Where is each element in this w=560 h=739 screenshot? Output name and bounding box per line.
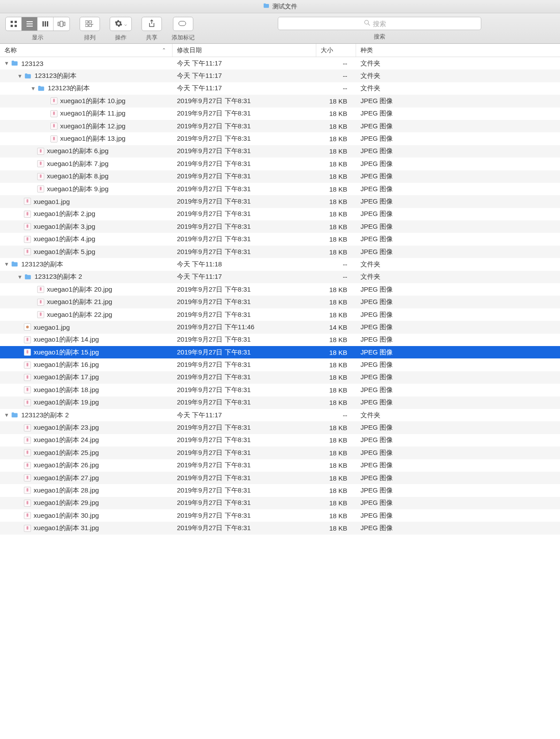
file-row[interactable]: xuegao1的副本 17.jpg2019年9月27日 下午8:3118 KBJ… [0, 371, 560, 384]
svg-rect-17 [179, 21, 186, 26]
file-size: -- [316, 261, 356, 268]
tag-button[interactable] [173, 17, 193, 31]
file-row[interactable]: xuegao1的副本 12.jpg2019年9月27日 下午8:3118 KBJ… [0, 120, 560, 132]
file-row[interactable]: xuegao1的副本 16.jpg2019年9月27日 下午8:3118 KBJ… [0, 358, 560, 371]
file-name: xuegao1的副本 14.jpg [34, 335, 99, 344]
column-view-button[interactable] [38, 17, 54, 31]
image-file-icon [24, 198, 31, 205]
svg-rect-10 [58, 22, 59, 26]
file-row[interactable]: xuegao1的副本 14.jpg2019年9月27日 下午8:3118 KBJ… [0, 334, 560, 346]
file-row[interactable]: xuegao1的副本 3.jpg2019年9月27日 下午8:3118 KBJP… [0, 220, 560, 233]
file-size: -- [316, 412, 356, 419]
disclosure-triangle-icon[interactable]: ▼ [30, 85, 36, 92]
file-size: 18 KB [316, 499, 356, 507]
file-size: 18 KB [316, 97, 356, 105]
file-kind: JPEG 图像 [356, 109, 560, 118]
arrange-button[interactable] [80, 17, 100, 31]
column-name-label: 名称 [4, 46, 17, 54]
file-row[interactable]: xuegao1的副本 19.jpg2019年9月27日 下午8:3118 KBJ… [0, 396, 560, 409]
svg-rect-1 [15, 21, 17, 23]
file-row[interactable]: xuegao1的副本 24.jpg2019年9月27日 下午8:3118 KBJ… [0, 434, 560, 446]
file-row[interactable]: xuegao1的副本 4.jpg2019年9月27日 下午8:3118 KBJP… [0, 233, 560, 245]
file-kind: JPEG 图像 [356, 499, 560, 507]
file-row[interactable]: xuegao1的副本 20.jpg2019年9月27日 下午8:3118 KBJ… [0, 283, 560, 296]
gallery-view-button[interactable] [54, 17, 69, 31]
file-row[interactable]: xuegao1的副本 28.jpg2019年9月27日 下午8:3118 KBJ… [0, 484, 560, 497]
action-button[interactable]: ⌵ [110, 17, 132, 31]
file-date: 今天 下午11:17 [173, 411, 316, 420]
search-input[interactable] [278, 17, 481, 30]
file-row[interactable]: xuegao1的副本 7.jpg2019年9月27日 下午8:3118 KBJP… [0, 158, 560, 170]
file-row[interactable]: ▼123123的副本今天 下午11:18--文件夹 [0, 258, 560, 270]
file-row[interactable]: xuegao1的副本 25.jpg2019年9月27日 下午8:3118 KBJ… [0, 446, 560, 459]
file-size: 18 KB [316, 110, 356, 117]
file-date: 2019年9月27日 下午8:31 [173, 210, 316, 218]
column-header: 名称 ⌃ 修改日期 大小 种类 [0, 44, 560, 57]
file-row[interactable]: xuegao1的副本 8.jpg2019年9月27日 下午8:3118 KBJP… [0, 170, 560, 183]
file-date: 2019年9月27日 下午8:31 [173, 436, 316, 444]
file-kind: JPEG 图像 [356, 223, 560, 231]
toolbar: 显示 排列 ⌵ 操作 共享 添加标记 搜索 [0, 13, 560, 44]
file-row[interactable]: ▼123123的副本今天 下午11:17--文件夹 [0, 69, 560, 82]
share-button[interactable] [142, 17, 162, 31]
file-date: 2019年9月27日 下午8:31 [173, 423, 316, 432]
file-row[interactable]: xuegao1的副本 26.jpg2019年9月27日 下午8:3118 KBJ… [0, 459, 560, 472]
file-kind: JPEG 图像 [356, 361, 560, 369]
file-row[interactable]: xuegao1的副本 5.jpg2019年9月27日 下午8:3118 KBJP… [0, 246, 560, 258]
column-date[interactable]: 修改日期 [173, 44, 316, 57]
column-kind[interactable]: 种类 [356, 44, 560, 57]
file-date: 2019年9月27日 下午8:31 [173, 185, 316, 193]
file-row[interactable]: xuegao1的副本 13.jpg2019年9月27日 下午8:3118 KBJ… [0, 132, 560, 145]
share-group: 共享 [142, 17, 162, 42]
image-file-icon [37, 299, 44, 306]
image-file-icon [24, 500, 31, 507]
file-row[interactable]: xuegao1的副本 15.jpg2019年9月27日 下午8:3118 KBJ… [0, 346, 560, 358]
file-name: 123123的副本 [21, 260, 63, 269]
file-row[interactable]: xuegao1的副本 10.jpg2019年9月27日 下午8:3118 KBJ… [0, 95, 560, 107]
file-row[interactable]: xuegao1的副本 2.jpg2019年9月27日 下午8:3118 KBJP… [0, 208, 560, 220]
file-date: 2019年9月27日 下午8:31 [173, 474, 316, 482]
file-row[interactable]: xuegao1的副本 29.jpg2019年9月27日 下午8:3118 KBJ… [0, 497, 560, 509]
folder-icon [11, 59, 19, 67]
file-row[interactable]: xuegao1的副本 18.jpg2019年9月27日 下午8:3118 KBJ… [0, 384, 560, 396]
file-row[interactable]: xuegao1的副本 9.jpg2019年9月27日 下午8:3118 KBJP… [0, 183, 560, 195]
file-size: 18 KB [316, 336, 356, 343]
file-row[interactable]: ▼123123的副本今天 下午11:17--文件夹 [0, 82, 560, 95]
file-row[interactable]: xuegao1的副本 22.jpg2019年9月27日 下午8:3118 KBJ… [0, 308, 560, 321]
disclosure-triangle-icon[interactable]: ▼ [17, 73, 23, 79]
file-row[interactable]: ▼123123今天 下午11:17--文件夹 [0, 57, 560, 69]
file-row[interactable]: xuegao1的副本 6.jpg2019年9月27日 下午8:3118 KBJP… [0, 145, 560, 158]
file-row[interactable]: xuegao1的副本 30.jpg2019年9月27日 下午8:3118 KBJ… [0, 509, 560, 522]
file-name: 123123的副本 [35, 72, 77, 80]
file-row[interactable]: ▼123123的副本 2今天 下午11:17--文件夹 [0, 409, 560, 421]
file-date: 2019年9月27日 下午8:31 [173, 311, 316, 319]
column-name[interactable]: 名称 ⌃ [0, 44, 173, 57]
file-row[interactable]: xuegao1的副本 21.jpg2019年9月27日 下午8:3118 KBJ… [0, 296, 560, 308]
file-size: 18 KB [316, 298, 356, 306]
column-size[interactable]: 大小 [316, 44, 356, 57]
svg-rect-14 [89, 21, 92, 23]
list-view-button[interactable] [22, 17, 38, 31]
svg-rect-12 [64, 22, 65, 26]
file-row[interactable]: xuegao1的副本 11.jpg2019年9月27日 下午8:3118 KBJ… [0, 108, 560, 120]
file-row[interactable]: xuegao1的副本 31.jpg2019年9月27日 下午8:3118 KBJ… [0, 522, 560, 534]
file-name: xuegao1的副本 4.jpg [34, 235, 95, 243]
disclosure-triangle-icon[interactable]: ▼ [17, 274, 23, 280]
file-kind: JPEG 图像 [356, 323, 560, 331]
icon-view-button[interactable] [6, 17, 22, 31]
file-row[interactable]: xuegao1.jpg2019年9月27日 下午8:3118 KBJPEG 图像 [0, 195, 560, 208]
disclosure-triangle-icon[interactable]: ▼ [4, 60, 10, 66]
file-kind: JPEG 图像 [356, 436, 560, 444]
folder-icon [11, 411, 19, 419]
file-row[interactable]: xuegao1的副本 23.jpg2019年9月27日 下午8:3118 KBJ… [0, 421, 560, 434]
file-size: 18 KB [316, 311, 356, 319]
file-size: 18 KB [316, 399, 356, 406]
file-row[interactable]: xuegao1的副本 27.jpg2019年9月27日 下午8:3118 KBJ… [0, 472, 560, 484]
file-row[interactable]: xuegao1.jpg2019年9月27日 下午11:4614 KBJPEG 图… [0, 321, 560, 333]
file-date: 2019年9月27日 下午8:31 [173, 398, 316, 407]
file-date: 2019年9月27日 下午8:31 [173, 135, 316, 143]
file-row[interactable]: ▼123123的副本 2今天 下午11:17--文件夹 [0, 271, 560, 283]
disclosure-triangle-icon[interactable]: ▼ [4, 412, 10, 418]
disclosure-triangle-icon[interactable]: ▼ [4, 261, 10, 267]
file-size: 18 KB [316, 223, 356, 231]
